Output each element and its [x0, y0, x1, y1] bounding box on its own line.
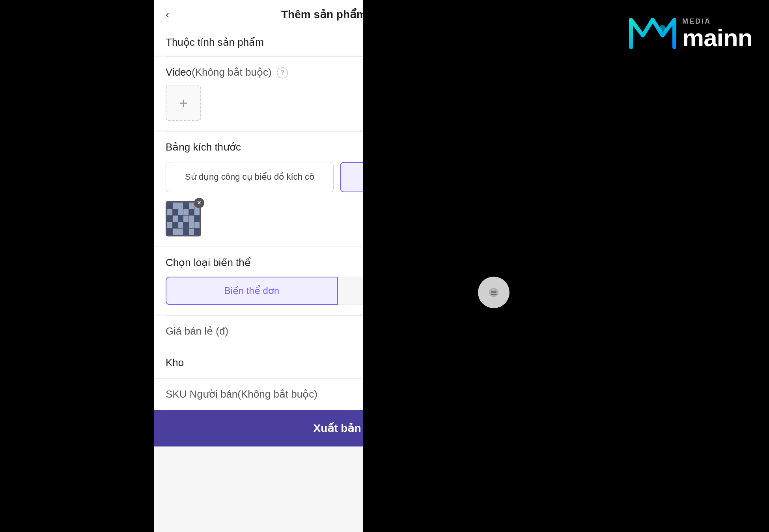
- grid-cell: [178, 209, 183, 216]
- help-icon[interactable]: ?: [277, 67, 288, 78]
- back-button[interactable]: ‹: [166, 8, 169, 21]
- grid-cell: [183, 209, 189, 216]
- float-circle-button[interactable]: [478, 277, 510, 308]
- grid-cell: [194, 229, 200, 235]
- grid-cell: [194, 216, 200, 222]
- su-dung-bieu-do-button[interactable]: Sử dụng công cụ biểu đồ kích cỡ: [166, 162, 334, 192]
- svg-point-4: [659, 25, 666, 32]
- remove-image-button[interactable]: ×: [194, 198, 204, 208]
- svg-rect-2: [491, 292, 496, 293]
- mainn-logo-icon: [627, 12, 678, 55]
- grid-cell: [189, 209, 194, 216]
- mainn-label: mainn: [682, 26, 752, 50]
- grid-cell: [189, 203, 194, 209]
- grid-cell: [173, 216, 178, 222]
- menu-icon: [488, 286, 500, 298]
- grid-cell: [183, 222, 189, 229]
- grid-cell: [194, 209, 200, 216]
- uploaded-image-container: ×: [166, 201, 201, 236]
- grid-cell: [189, 216, 194, 222]
- grid-cell: [183, 216, 189, 222]
- grid-cell: [167, 203, 172, 209]
- plus-icon: +: [179, 95, 187, 112]
- bien-the-don-button[interactable]: Biến thể đơn: [166, 277, 338, 305]
- grid-cell: [173, 229, 178, 235]
- grid-cell: [167, 222, 172, 229]
- svg-rect-3: [491, 294, 496, 295]
- kho-label: Kho: [166, 357, 184, 369]
- product-attr-label: Thuộc tính sản phẩm: [166, 36, 264, 48]
- sku-label: SKU Người bán(Không bắt buộc): [166, 388, 317, 400]
- grid-cell: [173, 222, 178, 229]
- grid-cell: [189, 229, 194, 235]
- grid-cell: [167, 209, 172, 216]
- grid-cell: [178, 216, 183, 222]
- add-video-button[interactable]: +: [166, 86, 201, 121]
- grid-cell: [178, 222, 183, 229]
- svg-rect-1: [491, 291, 496, 292]
- grid-cell: [173, 209, 178, 216]
- grid-cell: [183, 229, 189, 235]
- left-black-area: [0, 0, 154, 532]
- grid-cell: [178, 203, 183, 209]
- grid-cell: [189, 222, 194, 229]
- grid-cell: [194, 222, 200, 229]
- grid-cell: [167, 216, 172, 222]
- grid-cell: [178, 229, 183, 235]
- grid-cell: [183, 203, 189, 209]
- grid-cell: [167, 229, 172, 235]
- grid-cell: [173, 203, 178, 209]
- gia-ban-label: Giá bán lẻ (đ): [166, 325, 228, 337]
- watermark: MEDIA mainn: [627, 8, 761, 59]
- logo-text-area: MEDIA mainn: [682, 17, 752, 50]
- right-black-area: MEDIA mainn: [363, 0, 769, 532]
